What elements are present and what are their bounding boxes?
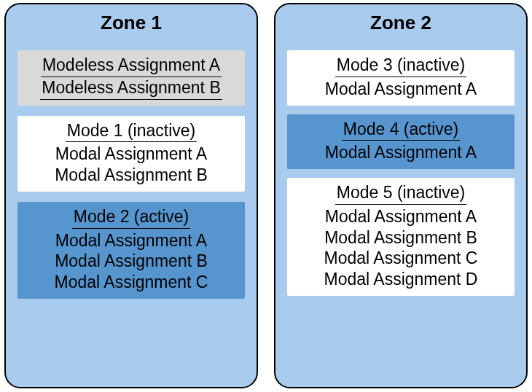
modal-assignment: Modal Assignment A xyxy=(293,206,509,227)
modal-assignment: Modal Assignment A xyxy=(23,230,239,251)
modal-assignment: Modal Assignment A xyxy=(293,142,509,163)
zone-1-panel: Zone 1 Modeless Assignment A Modeless As… xyxy=(4,3,258,388)
zone-1-modeless-block: Modeless Assignment A Modeless Assignmen… xyxy=(17,50,245,106)
modal-assignment: Modal Assignment A xyxy=(293,79,509,100)
modal-assignment: Modal Assignment A xyxy=(23,144,239,165)
modal-assignment: Modal Assignment D xyxy=(293,269,509,290)
zone-2-mode-3-block: Mode 3 (inactive) Modal Assignment A xyxy=(287,50,515,106)
mode-heading: Mode 4 (active) xyxy=(342,119,461,141)
zone-1-mode-1-block: Mode 1 (inactive) Modal Assignment A Mod… xyxy=(17,116,245,192)
zone-1-mode-2-block: Mode 2 (active) Modal Assignment A Modal… xyxy=(17,202,245,299)
zone-1-title: Zone 1 xyxy=(6,12,257,34)
zone-2-panel: Zone 2 Mode 3 (inactive) Modal Assignmen… xyxy=(274,3,528,388)
modal-assignment: Modal Assignment B xyxy=(23,165,239,186)
mode-heading: Mode 5 (inactive) xyxy=(335,182,466,205)
diagram-canvas: Zone 1 Modeless Assignment A Modeless As… xyxy=(0,0,532,392)
modal-assignment: Modal Assignment B xyxy=(293,227,509,248)
zone-2-mode-5-block: Mode 5 (inactive) Modal Assignment A Mod… xyxy=(287,178,515,296)
modal-assignment: Modal Assignment B xyxy=(23,251,239,272)
modeless-assignment: Modeless Assignment A xyxy=(41,55,222,77)
modal-assignment: Modal Assignment C xyxy=(293,248,509,269)
modeless-assignment: Modeless Assignment B xyxy=(40,77,222,100)
zone-2-title: Zone 2 xyxy=(275,12,526,34)
mode-heading: Mode 3 (inactive) xyxy=(335,55,466,77)
mode-heading: Mode 1 (inactive) xyxy=(66,120,197,143)
mode-heading: Mode 2 (active) xyxy=(72,206,191,229)
zone-2-mode-4-block: Mode 4 (active) Modal Assignment A xyxy=(287,114,515,170)
modal-assignment: Modal Assignment C xyxy=(23,272,239,293)
